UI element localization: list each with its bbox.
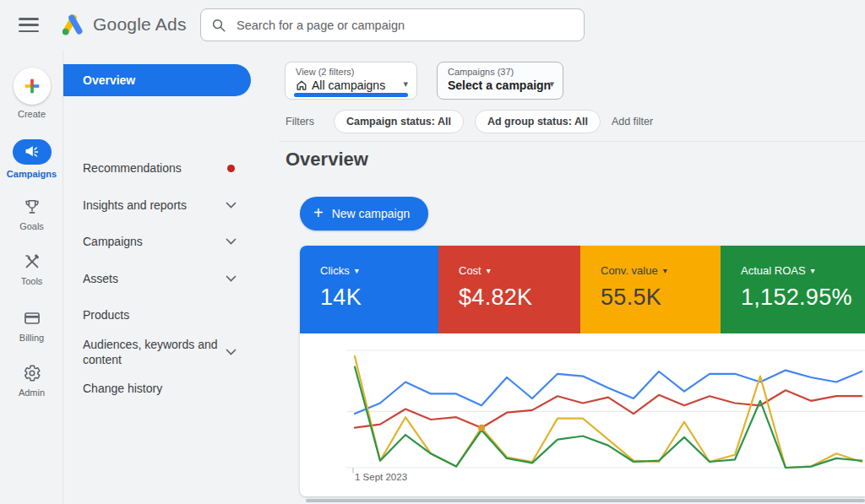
rail-item-create[interactable]: Create bbox=[0, 68, 63, 119]
tools-icon bbox=[23, 252, 41, 271]
filters-bar: Filters Campaign status: All Ad group st… bbox=[286, 110, 653, 133]
plus-icon bbox=[23, 77, 41, 95]
rail-item-goals[interactable]: Goals bbox=[0, 197, 63, 231]
horizontal-scrollbar[interactable] bbox=[306, 499, 865, 502]
rail-item-campaigns[interactable]: Campaigns bbox=[0, 139, 63, 179]
scorecard-strip: Clicks▾ 14K Cost▾ $4.82K Conv. value▾ 55… bbox=[300, 246, 865, 333]
line-chart-canvas bbox=[346, 338, 865, 485]
top-bar: Google Ads bbox=[0, 0, 865, 51]
search-box[interactable] bbox=[200, 8, 585, 41]
trophy-icon bbox=[23, 198, 41, 216]
sidebar-item-recommendations[interactable]: Recommendations bbox=[64, 156, 279, 180]
scorecard-value: 55.5K bbox=[601, 285, 721, 311]
sidebar-item-overview[interactable]: Overview bbox=[63, 64, 251, 96]
billing-card-icon bbox=[23, 309, 41, 328]
megaphone-icon bbox=[24, 144, 41, 160]
chevron-down-icon bbox=[226, 349, 237, 355]
side-nav: Overview Recommendations Insights and re… bbox=[64, 51, 279, 504]
rail-item-admin[interactable]: Admin bbox=[0, 363, 63, 398]
dropdown-arrow-icon: ▾ bbox=[403, 79, 408, 89]
dropdown-arrow-icon: ▾ bbox=[549, 79, 554, 89]
active-view-indicator bbox=[294, 93, 408, 97]
menu-icon[interactable] bbox=[19, 18, 39, 33]
app-title: Google Ads bbox=[93, 14, 187, 35]
home-icon bbox=[296, 79, 307, 91]
dropdown-arrow-icon: ▾ bbox=[355, 266, 359, 275]
sidebar-item-campaigns[interactable]: Campaigns bbox=[64, 230, 279, 253]
sidebar-item-products[interactable]: Products bbox=[64, 303, 279, 327]
search-icon bbox=[211, 18, 226, 33]
chevron-down-icon bbox=[226, 275, 237, 282]
sidebar-item-audiences-keywords-content[interactable]: Audiences, keywords and content bbox=[64, 333, 279, 371]
scorecard-cost[interactable]: Cost▾ $4.82K bbox=[438, 246, 580, 333]
icon-rail: Create Campaigns Goals bbox=[0, 51, 63, 504]
scorecard-conv-value[interactable]: Conv. value▾ 55.5K bbox=[580, 246, 721, 333]
google-ads-logo-icon bbox=[59, 11, 86, 38]
filters-label: Filters bbox=[286, 116, 314, 127]
search-input[interactable] bbox=[237, 19, 574, 32]
sidebar-item-insights-and-reports[interactable]: Insights and reports bbox=[64, 193, 279, 217]
dropdown-arrow-icon: ▾ bbox=[487, 266, 491, 275]
chevron-down-icon bbox=[226, 238, 237, 245]
sidebar-item-assets[interactable]: Assets bbox=[64, 267, 279, 290]
scorecard-value: $4.82K bbox=[459, 285, 580, 311]
overview-summary-card: Clicks▾ 14K Cost▾ $4.82K Conv. value▾ 55… bbox=[300, 246, 865, 496]
rail-item-billing[interactable]: Billing bbox=[0, 308, 63, 343]
add-filter-button[interactable]: Add filter bbox=[612, 116, 653, 127]
scorecard-actual-roas[interactable]: Actual ROAS▾ 1,152.95% bbox=[721, 246, 865, 333]
filter-chip-ad-group-status[interactable]: Ad group status: All bbox=[475, 110, 601, 133]
google-ads-app: Google Ads Create bbox=[0, 0, 865, 504]
rail-item-tools[interactable]: Tools bbox=[0, 252, 63, 286]
view-selector-dropdown[interactable]: View (2 filters) All campaigns ▾ bbox=[285, 62, 417, 100]
page-title: Overview bbox=[286, 149, 368, 171]
notification-dot bbox=[227, 165, 235, 172]
chevron-down-icon bbox=[226, 202, 237, 209]
scorecard-value: 1,152.95% bbox=[741, 285, 865, 311]
dropdown-arrow-icon: ▾ bbox=[811, 266, 815, 275]
sidebar-item-change-history[interactable]: Change history bbox=[64, 377, 279, 400]
campaign-selector-dropdown[interactable]: Campaigns (37) Select a campaign ▾ bbox=[437, 62, 563, 100]
new-campaign-button[interactable]: + New campaign bbox=[300, 197, 428, 230]
gear-icon bbox=[23, 364, 41, 382]
dropdown-arrow-icon: ▾ bbox=[663, 266, 667, 275]
x-axis-start-label: 1 Sept 2023 bbox=[355, 472, 407, 482]
filter-chip-campaign-status[interactable]: Campaign status: All bbox=[334, 110, 464, 133]
performance-line-chart[interactable]: 1 Sept 2023 bbox=[300, 333, 865, 496]
divider bbox=[279, 141, 865, 142]
plus-icon: + bbox=[313, 204, 324, 221]
scorecard-value: 14K bbox=[320, 285, 438, 311]
scorecard-clicks[interactable]: Clicks▾ 14K bbox=[300, 246, 438, 333]
